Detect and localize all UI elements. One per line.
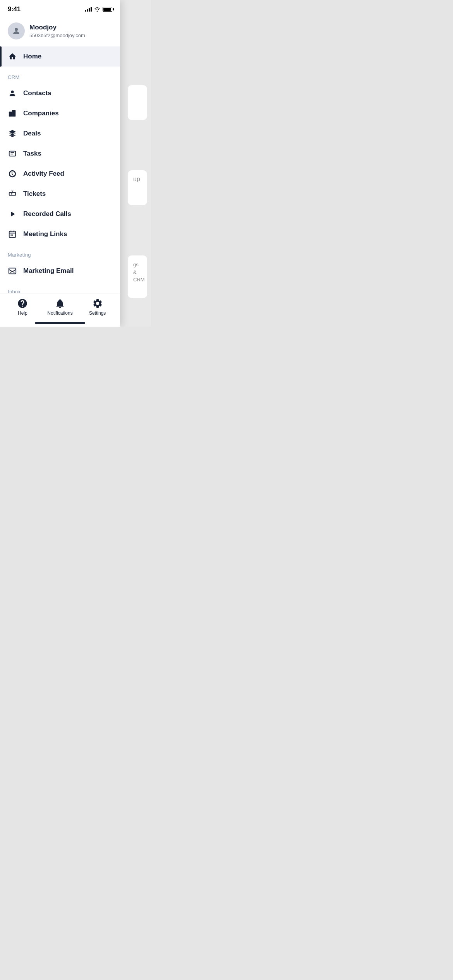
svg-rect-8 (13, 113, 14, 113)
meeting-links-icon (8, 230, 17, 239)
contacts-icon (8, 89, 17, 98)
nav-label-activity-feed: Activity Feed (23, 170, 64, 178)
bg-card-3: gs &CRM (128, 255, 147, 298)
svg-rect-3 (12, 110, 15, 117)
user-email: 5503b5f2@moodjoy.com (29, 33, 85, 38)
recorded-calls-icon (8, 209, 17, 219)
user-name: Moodjoy (29, 24, 85, 31)
nav-item-deals[interactable]: Deals (0, 123, 120, 144)
nav-item-recorded-calls[interactable]: Recorded Calls (0, 204, 120, 224)
bottom-bar: Help Notifications Settings (0, 293, 120, 319)
section-marketing: Marketing (0, 244, 120, 261)
svg-rect-15 (12, 235, 13, 236)
svg-rect-16 (9, 268, 16, 274)
nav-label-home: Home (23, 53, 41, 60)
svg-point-1 (11, 91, 14, 93)
avatar (8, 22, 25, 39)
notifications-label: Notifications (47, 310, 72, 316)
section-crm: CRM (0, 67, 120, 83)
tasks-icon (8, 149, 17, 158)
nav-label-deals: Deals (23, 130, 41, 137)
tickets-icon (8, 189, 17, 199)
help-label: Help (18, 310, 27, 316)
nav-item-tasks[interactable]: Tasks (0, 144, 120, 164)
svg-rect-2 (9, 111, 12, 117)
gear-icon (92, 298, 103, 309)
status-bar: 9:41 (0, 0, 120, 16)
bottom-item-notifications[interactable]: Notifications (41, 298, 79, 316)
wifi-icon (94, 7, 100, 12)
svg-rect-9 (14, 113, 15, 113)
bottom-item-help[interactable]: Help (4, 298, 41, 316)
svg-rect-6 (13, 111, 14, 112)
nav-label-contacts: Contacts (23, 89, 51, 97)
nav-item-meeting-links[interactable]: Meeting Links (0, 224, 120, 244)
bottom-item-settings[interactable]: Settings (79, 298, 116, 316)
bg-card-1 (128, 85, 147, 120)
nav-item-marketing-email[interactable]: Marketing Email (0, 261, 120, 281)
nav-item-tickets[interactable]: Tickets (0, 184, 120, 204)
status-time: 9:41 (8, 5, 21, 13)
svg-rect-7 (14, 111, 15, 112)
svg-rect-4 (10, 113, 10, 113)
home-bar (35, 322, 85, 324)
nav-item-companies[interactable]: Companies (0, 103, 120, 123)
nav-label-recorded-calls: Recorded Calls (23, 210, 71, 218)
battery-icon (103, 7, 112, 12)
section-inbox: Inbox (0, 281, 120, 293)
svg-rect-11 (14, 114, 15, 115)
nav-label-meeting-links: Meeting Links (23, 230, 67, 238)
nav-item-home[interactable]: Home (0, 46, 120, 67)
activity-feed-icon (8, 169, 17, 178)
svg-rect-5 (10, 113, 11, 113)
home-indicator (0, 319, 120, 327)
user-avatar-icon (12, 26, 21, 36)
marketing-email-icon (8, 266, 17, 276)
status-icons (85, 7, 112, 12)
nav-item-activity-feed[interactable]: Activity Feed (0, 164, 120, 184)
svg-rect-13 (9, 231, 16, 238)
nav-label-tickets: Tickets (23, 190, 46, 198)
companies-icon (8, 109, 17, 118)
nav-scroll[interactable]: Home CRM Contacts (0, 46, 120, 293)
svg-rect-10 (13, 114, 14, 115)
sidebar: 9:41 Moodjoy (0, 0, 120, 327)
nav-label-companies: Companies (23, 110, 59, 117)
home-icon (8, 52, 17, 61)
deals-icon (8, 129, 17, 138)
svg-rect-14 (10, 235, 12, 236)
nav-item-contacts[interactable]: Contacts (0, 83, 120, 103)
bell-icon (55, 298, 65, 309)
nav-label-marketing-email: Marketing Email (23, 267, 74, 275)
signal-icon (85, 7, 92, 12)
user-info: Moodjoy 5503b5f2@moodjoy.com (29, 24, 85, 38)
nav-label-tasks: Tasks (23, 150, 41, 158)
settings-label: Settings (89, 310, 106, 316)
help-icon (17, 298, 28, 309)
bg-card-2: up (128, 170, 147, 205)
svg-point-0 (15, 28, 18, 31)
user-profile[interactable]: Moodjoy 5503b5f2@moodjoy.com (0, 16, 120, 46)
